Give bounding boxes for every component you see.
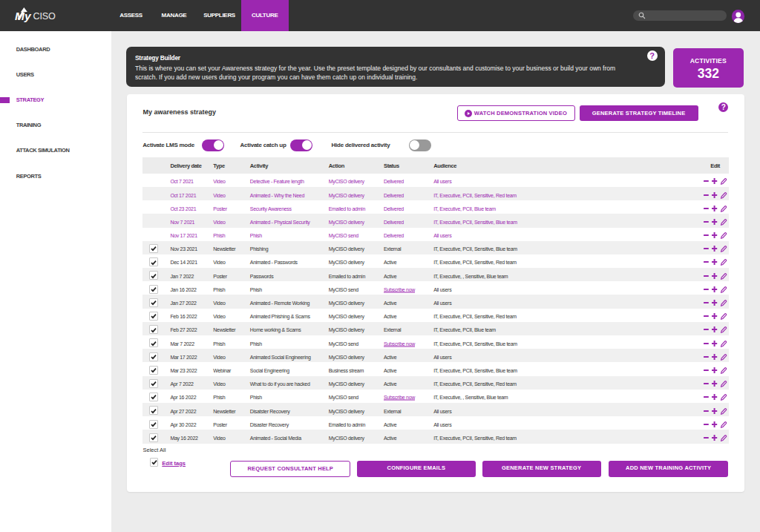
svg-text:CISO: CISO bbox=[33, 11, 56, 22]
